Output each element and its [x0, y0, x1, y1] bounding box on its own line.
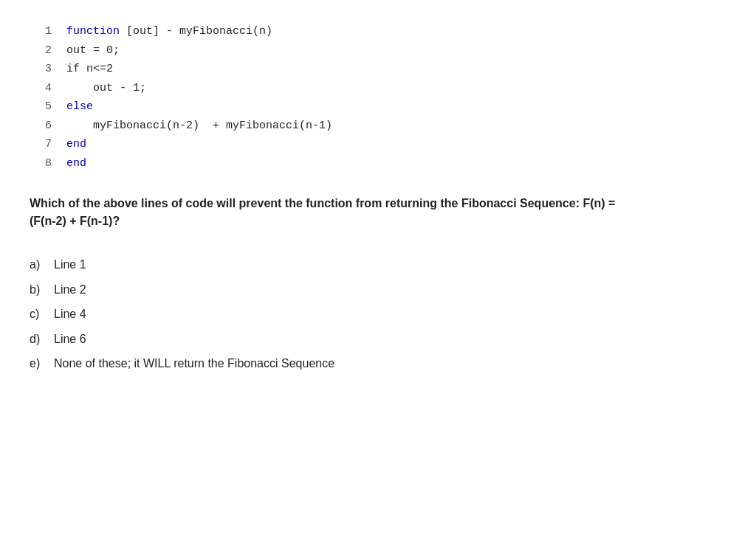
option-c-label: c) [30, 302, 48, 327]
code-text-6: myFibonacci(n-2) + myFibonacci(n-1) [66, 117, 332, 136]
line-number-3: 3 [30, 60, 52, 79]
code-line-1: 1 function [out] - myFibonacci(n) [30, 22, 726, 41]
line-number-8: 8 [30, 154, 52, 173]
code-line-4: 4 out - 1; [30, 79, 726, 98]
code-text-3: if n<=2 [66, 60, 113, 79]
line-number-5: 5 [30, 97, 52, 117]
option-a-text: Line 1 [54, 252, 86, 277]
option-b-label: b) [30, 277, 48, 302]
code-text-5: else [66, 97, 93, 117]
code-text-4: out - 1; [66, 79, 146, 98]
keyword-function: function [66, 25, 120, 38]
code-text-2: out = 0; [66, 41, 120, 60]
keyword-end-7: end [66, 138, 86, 150]
option-a-label: a) [30, 252, 48, 277]
code-line-6: 6 myFibonacci(n-2) + myFibonacci(n-1) [30, 117, 726, 136]
code-line-5: 5 else [30, 97, 726, 117]
code-line-3: 3 if n<=2 [30, 60, 726, 79]
code-text-7: end [66, 135, 86, 154]
option-d: d) Line 6 [30, 327, 726, 352]
option-b: b) Line 2 [30, 277, 726, 302]
option-e-text: None of these; it WILL return the Fibona… [54, 351, 334, 376]
code-line-7: 7 end [30, 135, 726, 154]
keyword-else: else [66, 100, 93, 113]
options-list: a) Line 1 b) Line 2 c) Line 4 d) Line 6 … [30, 252, 726, 376]
keyword-end-8: end [66, 157, 86, 170]
line-number-6: 6 [30, 117, 52, 136]
option-e: e) None of these; it WILL return the Fib… [30, 351, 726, 376]
code-line-8: 8 end [30, 154, 726, 173]
option-d-text: Line 6 [54, 327, 86, 352]
line-number-7: 7 [30, 135, 52, 154]
option-c: c) Line 4 [30, 302, 726, 327]
option-b-text: Line 2 [54, 277, 86, 302]
code-line-2: 2 out = 0; [30, 41, 726, 60]
line-number-2: 2 [30, 41, 52, 60]
question-text: Which of the above lines of code will pr… [30, 195, 635, 230]
code-text-1: function [out] - myFibonacci(n) [66, 22, 272, 41]
option-d-label: d) [30, 327, 48, 352]
line-number-4: 4 [30, 79, 52, 98]
code-block: 1 function [out] - myFibonacci(n) 2 out … [30, 22, 726, 173]
code-text-8: end [66, 154, 86, 173]
option-e-label: e) [30, 351, 48, 376]
option-c-text: Line 4 [54, 302, 86, 327]
line-number-1: 1 [30, 22, 52, 41]
option-a: a) Line 1 [30, 252, 726, 277]
